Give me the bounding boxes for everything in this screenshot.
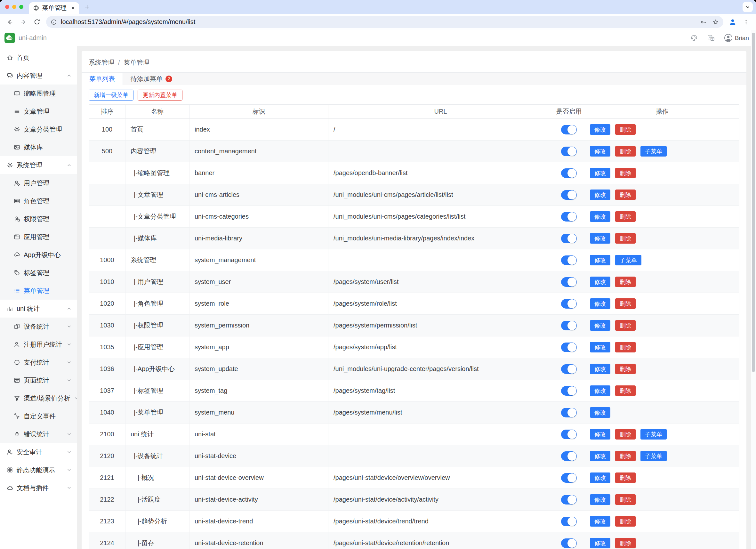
enabled-toggle[interactable] xyxy=(561,538,577,548)
delete-button[interactable]: 删除 xyxy=(615,429,636,440)
new-tab-button[interactable] xyxy=(82,2,92,12)
sidebar-item-security-audit[interactable]: 安全审计 xyxy=(0,443,77,461)
tab-close-icon[interactable] xyxy=(69,4,76,12)
theme-palette-icon[interactable] xyxy=(690,34,698,42)
page-scrollbar[interactable] xyxy=(751,30,756,549)
submenu-button[interactable]: 子菜单 xyxy=(640,429,667,440)
enabled-toggle[interactable] xyxy=(561,430,577,439)
bookmark-star-icon[interactable] xyxy=(712,19,719,25)
sidebar-item-article[interactable]: 文章管理 xyxy=(0,102,77,120)
sidebar-item-static-demo[interactable]: 静态功能演示 xyxy=(0,461,77,479)
sidebar-item-error-stat[interactable]: 错误统计 xyxy=(0,425,77,443)
delete-button[interactable]: 删除 xyxy=(615,277,636,287)
user-menu[interactable]: Brian xyxy=(724,34,749,42)
edit-button[interactable]: 修改 xyxy=(590,233,610,244)
edit-button[interactable]: 修改 xyxy=(590,320,610,331)
enabled-toggle[interactable] xyxy=(561,168,577,178)
delete-button[interactable]: 删除 xyxy=(615,124,636,135)
sidebar-item-app[interactable]: 应用管理 xyxy=(0,228,77,246)
enabled-toggle[interactable] xyxy=(561,277,577,287)
enabled-toggle[interactable] xyxy=(561,364,577,374)
tab-menu-list[interactable]: 菜单列表 xyxy=(82,73,123,85)
minimize-window-button[interactable] xyxy=(12,5,16,9)
browser-tab[interactable]: 菜单管理 xyxy=(29,2,79,14)
enabled-toggle[interactable] xyxy=(561,517,577,526)
sidebar-item-system[interactable]: 系统管理 xyxy=(0,156,77,174)
delete-button[interactable]: 删除 xyxy=(615,364,636,374)
enabled-toggle[interactable] xyxy=(561,125,577,134)
scrollbar-thumb[interactable] xyxy=(752,33,755,372)
submenu-button[interactable]: 子菜单 xyxy=(640,451,667,461)
close-window-button[interactable] xyxy=(5,5,9,9)
edit-button[interactable]: 修改 xyxy=(590,429,610,440)
sidebar-item-media-library[interactable]: 媒体库 xyxy=(0,138,77,156)
delete-button[interactable]: 删除 xyxy=(615,298,636,309)
enabled-toggle[interactable] xyxy=(561,451,577,461)
sidebar-item-menu[interactable]: 菜单管理 xyxy=(0,282,77,300)
enabled-toggle[interactable] xyxy=(561,343,577,352)
sidebar-item-user[interactable]: 用户管理 xyxy=(0,174,77,192)
enabled-toggle[interactable] xyxy=(561,321,577,330)
edit-button[interactable]: 修改 xyxy=(590,277,610,287)
edit-button[interactable]: 修改 xyxy=(590,146,610,157)
reload-button[interactable] xyxy=(31,16,43,28)
sidebar-item-home[interactable]: 首页 xyxy=(0,49,77,67)
enabled-toggle[interactable] xyxy=(561,408,577,417)
back-button[interactable] xyxy=(4,16,16,28)
enabled-toggle[interactable] xyxy=(561,473,577,483)
enabled-toggle[interactable] xyxy=(561,299,577,309)
edit-button[interactable]: 修改 xyxy=(590,494,610,505)
delete-button[interactable]: 删除 xyxy=(615,538,636,548)
forward-button[interactable] xyxy=(18,16,29,28)
edit-button[interactable]: 修改 xyxy=(590,298,610,309)
zoom-window-button[interactable] xyxy=(19,5,23,9)
delete-button[interactable]: 删除 xyxy=(615,472,636,483)
submenu-button[interactable]: 子菜单 xyxy=(615,255,641,265)
sidebar-item-banner[interactable]: 缩略图管理 xyxy=(0,85,77,102)
delete-button[interactable]: 删除 xyxy=(615,233,636,244)
language-translate-icon[interactable]: A文 xyxy=(707,34,715,42)
enabled-toggle[interactable] xyxy=(561,190,577,200)
sidebar-item-docs-plugins[interactable]: 文档与插件 xyxy=(0,479,77,497)
delete-button[interactable]: 删除 xyxy=(615,494,636,505)
delete-button[interactable]: 删除 xyxy=(615,320,636,331)
edit-button[interactable]: 修改 xyxy=(590,516,610,527)
edit-button[interactable]: 修改 xyxy=(590,385,610,396)
sidebar-item-article-category[interactable]: 文章分类管理 xyxy=(0,120,77,138)
edit-button[interactable]: 修改 xyxy=(590,538,610,548)
edit-button[interactable]: 修改 xyxy=(590,407,610,418)
edit-button[interactable]: 修改 xyxy=(590,190,610,200)
sidebar-item-device-stat[interactable]: 设备统计 xyxy=(0,318,77,335)
edit-button[interactable]: 修改 xyxy=(590,364,610,374)
browser-menu-button[interactable] xyxy=(740,16,752,28)
address-bar[interactable]: localhost:5173/admin/#/pages/system/menu… xyxy=(46,16,723,28)
browser-profile-button[interactable] xyxy=(727,16,738,28)
update-builtin-menu-button[interactable]: 更新内置菜单 xyxy=(138,90,182,101)
sidebar-item-pay-stat[interactable]: 支付统计 xyxy=(0,353,77,371)
sidebar-item-permission[interactable]: 权限管理 xyxy=(0,210,77,228)
edit-button[interactable]: 修改 xyxy=(590,168,610,178)
enabled-toggle[interactable] xyxy=(561,386,577,396)
edit-button[interactable]: 修改 xyxy=(590,342,610,352)
tab-pending-menus[interactable]: 待添加菜单 2 xyxy=(123,73,180,85)
submenu-button[interactable]: 子菜单 xyxy=(640,146,667,157)
enabled-toggle[interactable] xyxy=(561,147,577,156)
enabled-toggle[interactable] xyxy=(561,234,577,243)
sidebar-item-custom-event[interactable]: 自定义事件 xyxy=(0,407,77,425)
edit-button[interactable]: 修改 xyxy=(590,451,610,461)
sidebar-item-app-upgrade[interactable]: App升级中心 xyxy=(0,246,77,264)
enabled-toggle[interactable] xyxy=(561,495,577,505)
delete-button[interactable]: 删除 xyxy=(615,342,636,352)
sidebar-item-content[interactable]: 内容管理 xyxy=(0,67,77,85)
password-key-icon[interactable] xyxy=(700,19,707,25)
edit-button[interactable]: 修改 xyxy=(590,124,610,135)
delete-button[interactable]: 删除 xyxy=(615,385,636,396)
delete-button[interactable]: 删除 xyxy=(615,146,636,157)
delete-button[interactable]: 删除 xyxy=(615,516,636,527)
edit-button[interactable]: 修改 xyxy=(590,472,610,483)
add-top-menu-button[interactable]: 新增一级菜单 xyxy=(89,90,133,101)
breadcrumb-parent[interactable]: 系统管理 xyxy=(89,58,114,67)
sidebar-item-role[interactable]: 角色管理 xyxy=(0,192,77,210)
delete-button[interactable]: 删除 xyxy=(615,451,636,461)
delete-button[interactable]: 删除 xyxy=(615,168,636,178)
